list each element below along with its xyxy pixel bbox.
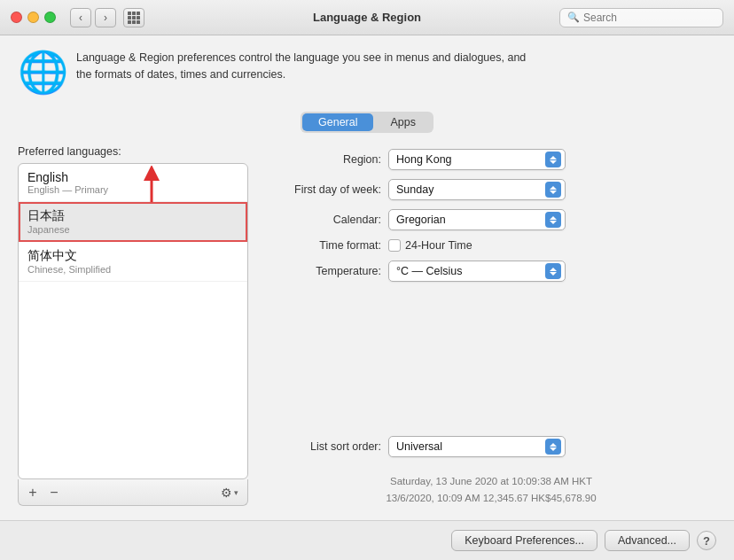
header-line1: Language & Region preferences control th… [76, 51, 526, 64]
date-preview: Saturday, 13 June 2020 at 10:09:38 AM HK… [266, 473, 716, 506]
calendar-row: Calendar: Gregorian [266, 209, 716, 230]
search-bar[interactable]: 🔍 [559, 8, 723, 27]
tab-apps[interactable]: Apps [374, 113, 432, 131]
keyboard-preferences-button[interactable]: Keyboard Preferences... [451, 530, 597, 551]
list-sort-value: Universal [396, 440, 442, 453]
language-name-japanese: 日本語 [27, 208, 238, 224]
time-format-checkbox-label[interactable]: 24-Hour Time [388, 239, 472, 252]
time-format-label: Time format: [266, 239, 381, 252]
list-sort-label: List sort order: [266, 440, 381, 453]
forward-button[interactable]: › [95, 8, 116, 27]
languages-list: English English — Primary [18, 163, 248, 479]
language-sub-chinese: Chinese, Simplified [27, 264, 238, 275]
time-format-text: 24-Hour Time [405, 239, 472, 252]
left-panel: Preferred languages: English English — P… [18, 145, 248, 506]
title-bar-left: ‹ › [11, 8, 144, 27]
remove-language-button[interactable]: − [45, 484, 63, 502]
language-name-chinese: 简体中文 [27, 248, 238, 264]
temperature-select[interactable]: °C — Celsius [388, 261, 566, 282]
body-layout: Preferred languages: English English — P… [18, 145, 716, 506]
language-item-japanese[interactable]: 日本語 Japanese [19, 202, 247, 242]
list-sort-select[interactable]: Universal [388, 436, 566, 457]
tab-general[interactable]: General [302, 113, 373, 131]
tabs-container: General Apps [18, 112, 716, 133]
calendar-value: Gregorian [396, 214, 446, 226]
calendar-label: Calendar: [266, 214, 381, 226]
header-section: 🌐 Language & Region preferences control … [18, 50, 716, 97]
close-button[interactable] [11, 12, 22, 23]
first-day-arrows [545, 182, 561, 198]
tab-group: General Apps [301, 112, 433, 133]
chevron-down-icon: ▾ [234, 488, 238, 497]
list-sort-row: List sort order: Universal [266, 436, 716, 457]
calendar-arrows [545, 212, 561, 228]
first-day-row: First day of week: Sunday [266, 179, 716, 200]
first-day-label: First day of week: [266, 183, 381, 196]
help-button[interactable]: ? [697, 531, 716, 550]
search-input[interactable] [583, 12, 715, 24]
first-day-value: Sunday [396, 183, 433, 196]
header-text: Language & Region preferences control th… [76, 50, 526, 83]
preferred-languages-label: Preferred languages: [18, 145, 248, 158]
nav-buttons: ‹ › [70, 8, 116, 27]
window-title: Language & Region [313, 11, 421, 24]
region-select[interactable]: Hong Kong [388, 149, 566, 170]
calendar-select[interactable]: Gregorian [388, 209, 566, 230]
region-row: Region: Hong Kong [266, 149, 716, 170]
temperature-value: °C — Celsius [396, 265, 462, 277]
date-preview-line2: 13/6/2020, 10:09 AM 12,345.67 HK$45,678.… [266, 490, 716, 506]
maximize-button[interactable] [44, 12, 56, 23]
right-panel: Region: Hong Kong First day of week: Sun… [266, 145, 716, 506]
grid-button[interactable] [123, 8, 144, 27]
time-format-row: Time format: 24-Hour Time [266, 239, 716, 252]
date-preview-line1: Saturday, 13 June 2020 at 10:09:38 AM HK… [266, 473, 716, 489]
region-value: Hong Kong [396, 153, 452, 166]
minimize-button[interactable] [27, 12, 39, 23]
time-format-checkbox[interactable] [388, 239, 401, 252]
search-icon: 🔍 [567, 12, 580, 23]
gear-menu-button[interactable]: ⚙ ▾ [217, 484, 242, 502]
language-sub-english: English — Primary [27, 184, 238, 195]
language-name-english: English [27, 170, 238, 184]
language-item-english[interactable]: English English — Primary [19, 164, 247, 202]
back-button[interactable]: ‹ [70, 8, 91, 27]
temperature-row: Temperature: °C — Celsius [266, 261, 716, 282]
gear-icon: ⚙ [221, 486, 232, 500]
list-sort-arrows [545, 439, 561, 455]
temperature-label: Temperature: [266, 265, 381, 277]
language-sub-japanese: Japanese [27, 224, 238, 235]
globe-icon: 🌐 [18, 51, 64, 97]
add-language-button[interactable]: + [24, 484, 42, 502]
list-controls: + − ⚙ ▾ [18, 479, 248, 506]
advanced-button[interactable]: Advanced... [605, 530, 690, 551]
header-line2: the formats of dates, times and currenci… [76, 68, 285, 81]
first-day-select[interactable]: Sunday [388, 179, 566, 200]
grid-icon [128, 12, 140, 24]
region-label: Region: [266, 153, 381, 166]
region-arrows [545, 152, 561, 167]
bottom-bar: Keyboard Preferences... Advanced... ? [0, 520, 734, 560]
title-bar: ‹ › Language & Region 🔍 [0, 0, 734, 35]
language-item-chinese[interactable]: 简体中文 Chinese, Simplified [19, 242, 247, 282]
temperature-arrows [545, 263, 561, 279]
main-content: 🌐 Language & Region preferences control … [0, 35, 734, 520]
window-buttons [11, 12, 56, 23]
